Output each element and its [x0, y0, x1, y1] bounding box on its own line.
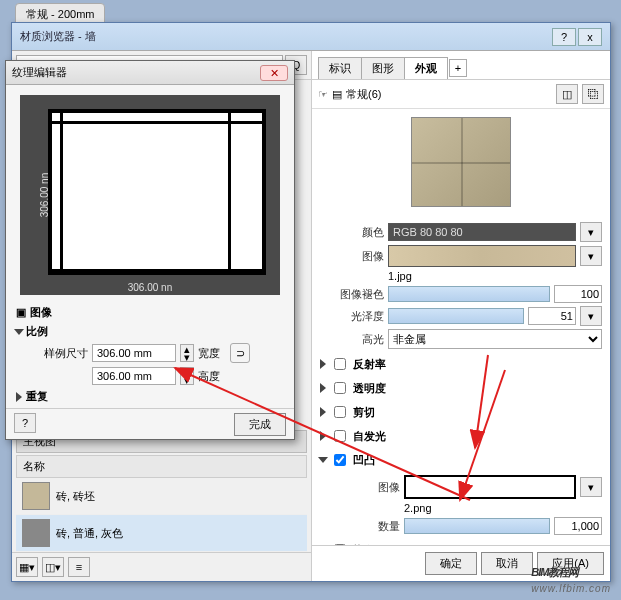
name-column-header[interactable]: 名称	[16, 455, 307, 478]
tab-graphics[interactable]: 图形	[361, 57, 405, 79]
cancel-button[interactable]: 取消	[481, 552, 533, 575]
image-label: 图像	[320, 249, 384, 264]
material-list-item[interactable]: 砖, 砖坯	[16, 478, 307, 515]
texture-preview-canvas[interactable]: 306.00 nn 306.00 nn	[20, 95, 280, 295]
gloss-input[interactable]	[528, 307, 576, 325]
right-panel: 标识 图形 外观 + ☞ ▤ 常规(6) ◫ ⿻ 颜色 RGB 80 80 80	[312, 51, 610, 581]
preview-area	[312, 109, 610, 215]
emit-checkbox[interactable]	[334, 430, 346, 442]
done-button[interactable]: 完成	[234, 413, 286, 436]
section-cutout[interactable]: 剪切	[320, 400, 602, 424]
bump-checkbox[interactable]	[334, 454, 346, 466]
watermark: BIM教程网 www.lfbim.com	[531, 552, 611, 594]
help-button[interactable]: ?	[552, 28, 576, 46]
section-tint[interactable]: 染色	[320, 538, 602, 545]
color-value[interactable]: RGB 80 80 80	[388, 223, 576, 241]
gloss-slider[interactable]	[388, 308, 524, 324]
bump-image-label: 图像	[336, 480, 400, 495]
material-swatch	[22, 519, 50, 547]
fade-input[interactable]	[554, 285, 602, 303]
material-name: 砖, 普通, 灰色	[56, 526, 123, 541]
tab-identity[interactable]: 标识	[318, 57, 362, 79]
section-bump[interactable]: 凹凸	[320, 448, 602, 472]
material-preview-thumbnail[interactable]	[411, 117, 511, 207]
bump-image-filename: 2.png	[404, 502, 432, 514]
asset-button[interactable]: ◫	[556, 84, 578, 104]
width-spinner[interactable]: ▴▾	[180, 344, 194, 362]
breadcrumb-text: 常规(6)	[346, 87, 381, 102]
doc-icon[interactable]: ▤	[332, 88, 342, 101]
section-transparency[interactable]: 透明度	[320, 376, 602, 400]
lock-aspect-button[interactable]: ⊃	[230, 343, 250, 363]
titlebar: 材质浏览器 - 墙 ? x	[12, 23, 610, 51]
reflect-checkbox[interactable]	[334, 358, 346, 370]
texture-width-readout: 306.00 nn	[128, 282, 173, 293]
add-tab-button[interactable]: +	[449, 59, 467, 77]
material-name: 砖, 砖坯	[56, 489, 95, 504]
bump-amount-label: 数量	[336, 519, 400, 534]
texture-help-button[interactable]: ?	[14, 413, 36, 433]
texture-editor-close-button[interactable]: ✕	[260, 65, 288, 81]
list-button[interactable]: ≡	[68, 557, 90, 577]
trans-checkbox[interactable]	[334, 382, 346, 394]
ok-button[interactable]: 确定	[425, 552, 477, 575]
material-list-item[interactable]: 砖, 普通, 灰色	[16, 515, 307, 552]
image-dropdown-button[interactable]: ▾	[580, 246, 602, 266]
image-filename: 1.jpg	[388, 270, 412, 282]
section-reflectivity[interactable]: 反射率	[320, 352, 602, 376]
highlight-select[interactable]: 非金属	[388, 329, 602, 349]
texture-editor-dialog: 纹理编辑器 ✕ 306.00 nn 306.00 nn ▣图像 比例 样例尺寸 …	[5, 60, 295, 440]
color-label: 颜色	[320, 225, 384, 240]
cut-checkbox[interactable]	[334, 406, 346, 418]
texture-editor-title: 纹理编辑器	[12, 65, 260, 80]
texture-scale-section[interactable]: 比例	[16, 322, 284, 341]
texture-height-readout: 306.00 nn	[39, 173, 50, 218]
gloss-dropdown-button[interactable]: ▾	[580, 306, 602, 326]
copy-button[interactable]: ⿻	[582, 84, 604, 104]
height-spinner[interactable]: ▴▾	[180, 367, 194, 385]
bump-amount-slider[interactable]	[404, 518, 550, 534]
bump-image-swatch[interactable]	[404, 475, 576, 499]
close-button[interactable]: x	[578, 28, 602, 46]
width-input[interactable]	[92, 344, 176, 362]
height-input[interactable]	[92, 367, 176, 385]
texture-repeat-section[interactable]: 重复	[16, 387, 284, 406]
tab-bar: 标识 图形 外观 +	[312, 51, 610, 80]
fade-label: 图像褪色	[320, 287, 384, 302]
color-dropdown-button[interactable]: ▾	[580, 222, 602, 242]
texture-editor-titlebar: 纹理编辑器 ✕	[6, 61, 294, 85]
highlight-label: 高光	[320, 332, 384, 347]
left-toolbar: ▦▾ ◫▾ ≡	[12, 552, 311, 581]
section-self-illum[interactable]: 自发光	[320, 424, 602, 448]
texture-preview-tile	[48, 109, 266, 275]
material-swatch	[22, 482, 50, 510]
thumb-icon: ▣	[16, 306, 26, 319]
library-button[interactable]: ◫▾	[42, 557, 64, 577]
gloss-label: 光泽度	[320, 309, 384, 324]
image-swatch[interactable]	[388, 245, 576, 267]
view-mode-button[interactable]: ▦▾	[16, 557, 38, 577]
breadcrumb-bar: ☞ ▤ 常规(6) ◫ ⿻	[312, 80, 610, 109]
fade-slider[interactable]	[388, 286, 550, 302]
bump-amount-input[interactable]	[554, 517, 602, 535]
tab-appearance[interactable]: 外观	[404, 57, 448, 79]
bump-image-dropdown[interactable]: ▾	[580, 477, 602, 497]
width-label: 宽度	[198, 346, 220, 361]
texture-image-section[interactable]: ▣图像	[16, 303, 284, 322]
dialog-title: 材质浏览器 - 墙	[20, 29, 550, 44]
sample-size-label: 样例尺寸	[36, 346, 88, 361]
height-label: 高度	[198, 369, 220, 384]
properties-area: 颜色 RGB 80 80 80 ▾ 图像 ▾ 1.jpg 图像褪色 光泽度	[312, 215, 610, 545]
hand-icon[interactable]: ☞	[318, 88, 328, 101]
